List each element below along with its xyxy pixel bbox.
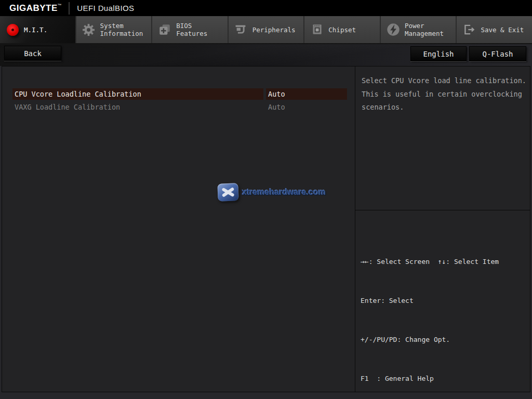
help-description: Select CPU Vcore load line calibration. … [362, 74, 528, 114]
trademark-symbol: ™ [58, 3, 62, 8]
tab-bar: M.I.T. [0, 16, 532, 44]
tab-bios-features[interactable]: BIOS Features [152, 16, 229, 43]
bios-screen: GIGABYTE™ UEFI DualBIOS M.I.T. [0, 0, 532, 399]
help-panel-divider [355, 210, 530, 210]
title-bar: GIGABYTE™ UEFI DualBIOS [0, 0, 532, 16]
key-hint: F1 : General Help [361, 372, 530, 385]
mit-red-dot-icon [5, 22, 20, 37]
tab-peripherals[interactable]: Peripherals [229, 16, 305, 43]
tab-power-management[interactable]: Power Management [381, 16, 457, 43]
setting-label: CPU Vcore Loadline Calibration [12, 88, 263, 100]
peripherals-icon [233, 22, 249, 37]
setting-row-cpu-vcore-loadline[interactable]: CPU Vcore Loadline Calibration Auto [2, 87, 355, 100]
bios-chip-icon [157, 22, 172, 37]
titlebar-divider [69, 2, 70, 15]
gear-icon [81, 22, 97, 37]
key-hint: +/-/PU/PD: Change Opt. [361, 333, 530, 346]
language-button[interactable]: English [410, 46, 467, 61]
power-bolt-icon [385, 22, 401, 37]
key-hints-list: →←: Select Screen ↑↓: Select Item Enter:… [361, 229, 530, 399]
setting-row-vaxg-loadline[interactable]: VAXG Loadline Calibration Auto [2, 100, 355, 113]
settings-panel: CPU Vcore Loadline Calibration Auto VAXG… [2, 66, 355, 392]
tab-chipset[interactable]: Chipset [304, 16, 381, 43]
help-panel: Select CPU Vcore load line calibration. … [355, 66, 530, 392]
setting-value: Auto [266, 101, 347, 113]
chipset-icon [309, 22, 325, 37]
watermark: xtremehardware.com [218, 183, 326, 201]
watermark-x-icon [217, 183, 238, 201]
key-hint: Enter: Select [361, 294, 530, 307]
exit-door-icon [461, 22, 477, 37]
tab-mit[interactable]: M.I.T. [0, 16, 76, 43]
setting-label: VAXG Loadline Calibration [12, 101, 263, 113]
setting-value: Auto [266, 88, 347, 100]
content-area: CPU Vcore Loadline Calibration Auto VAXG… [2, 66, 530, 392]
qflash-button[interactable]: Q-Flash [469, 46, 526, 61]
back-button[interactable]: Back [4, 46, 61, 61]
tab-system-information[interactable]: System Information [76, 16, 153, 43]
toolbar-band: Back English Q-Flash [0, 44, 532, 66]
watermark-text: xtremehardware.com [242, 188, 326, 197]
tab-save-exit[interactable]: Save & Exit [457, 16, 532, 43]
product-title: UEFI DualBIOS [77, 4, 134, 12]
key-hint: →←: Select Screen ↑↓: Select Item [361, 255, 530, 268]
gigabyte-logo: GIGABYTE™ [0, 3, 62, 14]
